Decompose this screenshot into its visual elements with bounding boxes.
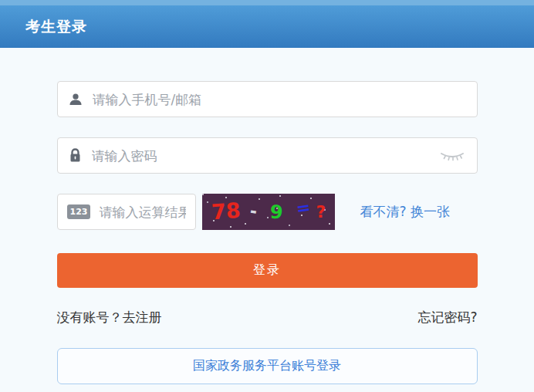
captcha-question: ? xyxy=(316,204,326,221)
captcha-noise-dots xyxy=(202,194,204,195)
captcha-image[interactable]: 78 - 9 = ? xyxy=(202,194,335,230)
gov-platform-login-button[interactable]: 国家政务服务平台账号登录 xyxy=(57,348,478,384)
password-input[interactable] xyxy=(90,147,434,164)
captcha-input[interactable] xyxy=(97,204,187,221)
username-input[interactable] xyxy=(91,91,466,108)
page-title: 考生登录 xyxy=(25,17,87,37)
numbers-123-icon: 123 xyxy=(67,204,91,219)
links-row: 没有账号？去注册 忘记密码? xyxy=(57,309,478,326)
header-top-strip xyxy=(0,0,534,5)
captcha-equals: = xyxy=(295,199,311,218)
password-field-wrapper xyxy=(57,137,478,174)
captcha-row: 123 78 - 9 = ? 看不清? 换一张 xyxy=(57,194,478,230)
header: 考生登录 xyxy=(0,0,534,48)
login-button[interactable]: 登录 xyxy=(57,253,478,288)
eye-closed-icon[interactable] xyxy=(440,150,465,161)
captcha-operand2: 9 xyxy=(269,203,283,222)
username-field-wrapper xyxy=(57,81,478,117)
forgot-password-link[interactable]: 忘记密码? xyxy=(417,309,477,326)
captcha-operand1: 78 xyxy=(211,200,241,223)
lock-icon xyxy=(69,148,82,163)
captcha-operator: - xyxy=(248,202,258,220)
captcha-refresh-link[interactable]: 看不清? 换一张 xyxy=(360,203,450,221)
user-icon xyxy=(69,93,83,106)
register-link[interactable]: 没有账号？去注册 xyxy=(57,309,162,326)
captcha-field-wrapper: 123 xyxy=(57,194,196,230)
login-form: 123 78 - 9 = ? 看不清? 换一张 登录 没有账号？去注册 忘记密码… xyxy=(57,48,478,384)
header-bar: 考生登录 xyxy=(0,5,534,48)
